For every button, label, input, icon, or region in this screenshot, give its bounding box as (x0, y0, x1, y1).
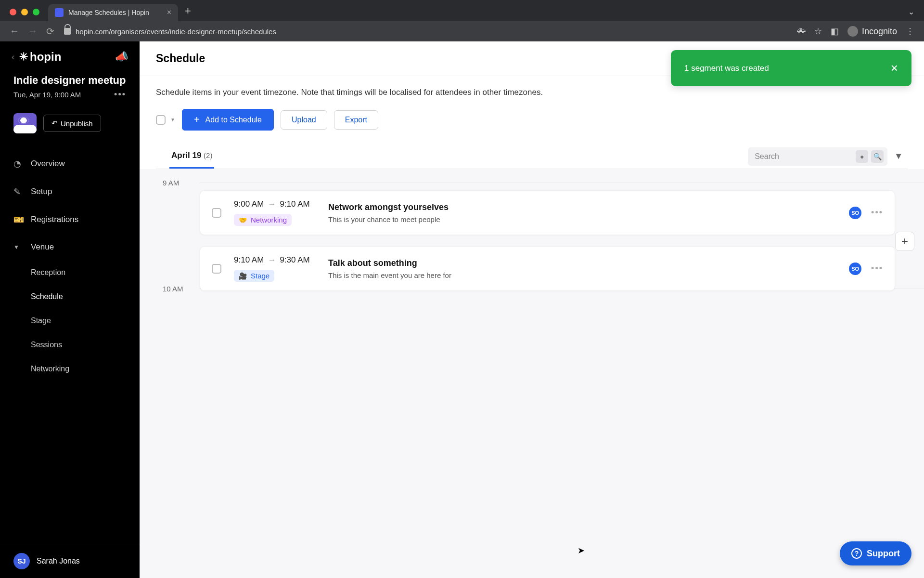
action-bar: ▼ + Add to Schedule Upload Export (156, 109, 908, 131)
minimize-window-button[interactable] (21, 9, 28, 15)
tab-favicon (55, 8, 64, 17)
hopin-logo[interactable]: ✳hopin (19, 50, 61, 64)
tag-label: Networking (251, 216, 287, 224)
card-content: Network amongst yourselves This is your … (328, 202, 836, 223)
unpublish-button[interactable]: ↶ Unpublish (43, 115, 101, 132)
sidebar: ‹ ✳hopin 📣 Indie designer meetup Tue, Ap… (0, 41, 140, 578)
schedule-card[interactable]: 9:00 AM → 9:10 AM 🤝 Networking Network a… (200, 190, 895, 235)
toast-message: 1 segment was created (684, 64, 769, 73)
arrow-right-icon: → (268, 255, 276, 265)
speaker-badge: SO (849, 263, 861, 275)
tab-close-button[interactable]: × (167, 8, 171, 17)
browser-tab[interactable]: Manage Schedules | Hopin × (48, 4, 178, 21)
event-avatar (13, 113, 37, 133)
main-panel: Schedule Schedule items in your event ti… (140, 41, 924, 578)
address-bar[interactable]: hopin.com/organisers/events/indie-design… (64, 27, 787, 36)
subnav-reception[interactable]: Reception (31, 261, 140, 285)
forward-button[interactable]: → (28, 26, 38, 37)
reload-button[interactable]: ⟳ (46, 26, 54, 37)
back-button[interactable]: ← (10, 26, 19, 37)
card-checkbox[interactable] (212, 264, 221, 274)
date-tab[interactable]: April 19 (2) (169, 144, 214, 169)
helper-text: Schedule items in your event timezone. N… (156, 88, 908, 97)
maximize-window-button[interactable] (33, 9, 39, 15)
nav-list: ◔ Overview ✎ Setup 🎫 Registrations ▼ Ven… (0, 145, 140, 386)
kebab-menu[interactable]: ⋮ (906, 26, 914, 37)
select-dropdown-caret[interactable]: ▼ (170, 117, 175, 122)
incognito-indicator[interactable]: Incognito (847, 26, 897, 37)
add-button-label: Add to Schedule (205, 116, 262, 124)
filter-icon[interactable]: ▼ (894, 151, 903, 161)
nav-venue[interactable]: ▼ Venue (0, 234, 140, 261)
time-label-9am: 9 AM (163, 179, 179, 187)
search-submit-button[interactable]: 🔍 (871, 150, 884, 163)
upload-button[interactable]: Upload (281, 110, 327, 130)
sidebar-header: ‹ ✳hopin 📣 (0, 41, 140, 72)
card-title: Network amongst yourselves (328, 202, 836, 212)
card-start-time: 9:10 AM (234, 255, 264, 265)
card-end-time: 9:30 AM (280, 255, 309, 265)
video-icon: 🎥 (239, 272, 247, 280)
card-more-button[interactable]: ••• (871, 208, 883, 218)
support-label: Support (867, 549, 900, 559)
card-time-block: 9:00 AM → 9:10 AM 🤝 Networking (234, 199, 316, 226)
schedule-card[interactable]: 9:10 AM → 9:30 AM 🎥 Stage Talk about som… (200, 246, 895, 291)
date-tab-label: April 19 (171, 151, 201, 160)
card-more-button[interactable]: ••• (871, 263, 883, 274)
subnav-stage[interactable]: Stage (31, 309, 140, 333)
undo-icon: ↶ (51, 119, 58, 128)
subnav-sessions[interactable]: Sessions (31, 333, 140, 357)
add-to-schedule-button[interactable]: + Add to Schedule (182, 109, 274, 131)
lock-icon (64, 28, 71, 35)
app-container: ‹ ✳hopin 📣 Indie designer meetup Tue, Ap… (0, 41, 924, 578)
star-icon[interactable]: ☆ (814, 26, 822, 37)
user-footer[interactable]: SJ Sarah Jonas (0, 544, 140, 578)
grid-line (200, 183, 924, 183)
address-bar-row: ← → ⟳ hopin.com/organisers/events/indie-… (0, 21, 924, 41)
export-button[interactable]: Export (334, 110, 378, 130)
card-checkbox[interactable] (212, 208, 221, 218)
new-tab-button[interactable]: + (185, 5, 191, 17)
caret-down-icon: ▼ (13, 244, 23, 250)
search-filter-area: ● 🔍 ▼ (748, 147, 908, 166)
close-window-button[interactable] (10, 9, 16, 15)
date-tab-bar: April 19 (2) ● 🔍 ▼ (156, 144, 908, 169)
user-name: Sarah Jonas (37, 557, 80, 565)
card-content: Talk about something This is the main ev… (328, 258, 836, 279)
select-all-checkbox[interactable] (156, 115, 166, 125)
search-box[interactable]: ● 🔍 (748, 147, 887, 166)
add-segment-button[interactable]: + (895, 232, 914, 251)
speaker-badge: SO (849, 207, 861, 219)
subnav-networking[interactable]: Networking (31, 357, 140, 381)
search-input[interactable] (755, 152, 856, 161)
support-button[interactable]: ? Support (840, 541, 911, 565)
card-start-time: 9:00 AM (234, 199, 264, 209)
card-title: Talk about something (328, 258, 836, 268)
eye-off-icon[interactable]: 👁 (797, 26, 806, 37)
toast-close-button[interactable]: × (891, 61, 898, 76)
logo-text: hopin (30, 50, 61, 64)
stage-tag: 🎥 Stage (234, 270, 274, 282)
incognito-icon (847, 26, 858, 37)
incognito-label: Incognito (862, 26, 897, 37)
networking-tag: 🤝 Networking (234, 214, 292, 226)
search-clear-button[interactable]: ● (856, 150, 868, 163)
event-info: Indie designer meetup Tue, Apr 19, 9:00 … (0, 72, 140, 108)
event-more-button[interactable]: ••• (114, 90, 126, 100)
card-description: This is your chance to meet people (328, 215, 836, 223)
subnav-schedule[interactable]: Schedule (31, 285, 140, 309)
nav-registrations-label: Registrations (31, 215, 78, 224)
window-controls (10, 9, 39, 15)
card-end-time: 9:10 AM (280, 199, 309, 209)
nav-overview-label: Overview (31, 159, 65, 169)
megaphone-icon[interactable]: 📣 (115, 51, 128, 63)
browser-menu-caret[interactable]: ⌄ (908, 7, 914, 16)
unpublish-label: Unpublish (61, 119, 93, 128)
panel-icon[interactable]: ◧ (831, 26, 839, 37)
sidebar-back-button[interactable]: ‹ (12, 52, 14, 62)
nav-registrations[interactable]: 🎫 Registrations (0, 206, 140, 234)
event-title: Indie designer meetup (13, 74, 126, 87)
pie-chart-icon: ◔ (13, 158, 23, 169)
nav-setup[interactable]: ✎ Setup (0, 178, 140, 206)
nav-overview[interactable]: ◔ Overview (0, 150, 140, 178)
